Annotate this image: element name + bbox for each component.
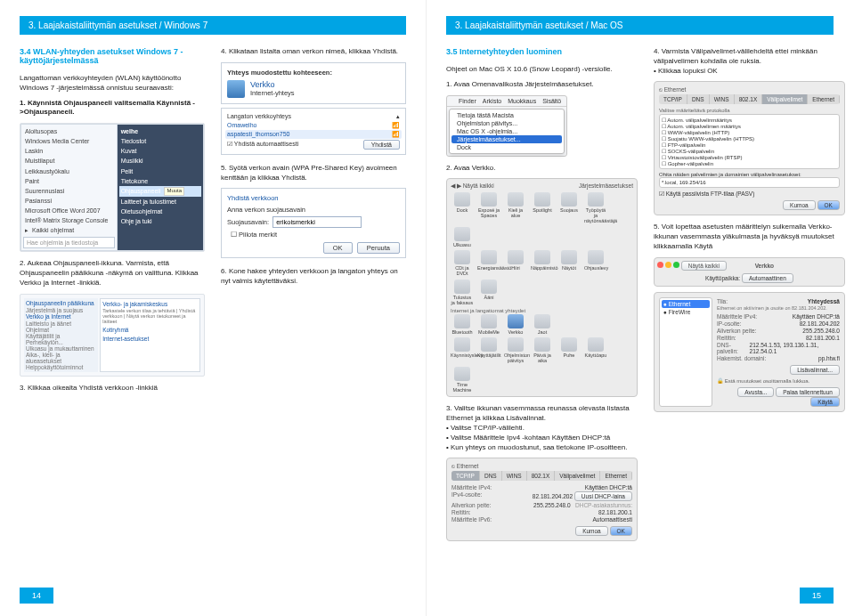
header-right: 3. Laajakaistaliittymän asetukset / Mac … xyxy=(446,16,834,35)
network-icon xyxy=(227,80,245,98)
ethernet-icon: ⎋ xyxy=(451,463,455,469)
logon-dialog: Yhdistä verkkoon Anna verkon suojausavai… xyxy=(221,188,406,258)
help-button[interactable]: Avusta... xyxy=(737,387,774,397)
sysprefs-item[interactable]: Järjestelmäasetukset... xyxy=(451,135,562,143)
sm-item: Laskin xyxy=(23,146,115,156)
sm-right-cp[interactable]: Ohjauspaneeli Muuta xyxy=(119,186,201,197)
sm-item: ▸ Kaikki ohjelmat xyxy=(23,225,115,235)
sm-right: Kuvat xyxy=(119,146,201,156)
rstep-4: 4. Varmista Välipalvelimet-välilehdeltä … xyxy=(654,47,845,76)
section-title-35: 3.5 Internetyhteyden luominen xyxy=(446,47,638,56)
page-left: 3. Laajakaistaliittymän asetukset / Wind… xyxy=(0,0,427,616)
start-menu-screenshot: Aloitusopas Windows Media Center Laskin … xyxy=(20,123,205,252)
apply-button[interactable]: Käytä xyxy=(810,397,840,407)
control-panel-screenshot: Ohjauspaneelin pääikkuna Järjestelmä ja … xyxy=(20,294,205,377)
sm-item: Windows Media Center xyxy=(23,136,115,146)
ethernet-icon: ⎋ xyxy=(659,86,663,93)
sm-right: Oletusohjelmat xyxy=(119,207,201,216)
sm-right: Laitteet ja tulostimet xyxy=(119,197,201,207)
adv-ok[interactable]: OK xyxy=(610,526,632,536)
left-col: 3.4 WLAN-yhteyden asetukset Windows 7 -k… xyxy=(20,47,205,399)
sm-item: Paint xyxy=(23,176,115,186)
sm-right: Musiikki xyxy=(119,156,201,166)
adv-cancel[interactable]: Kumoa xyxy=(575,526,608,536)
sm-item: Intel® Matrix Storage Console xyxy=(23,215,115,225)
side-ethernet[interactable]: ● Ethernet xyxy=(662,300,710,308)
rstep-1: 1. Avaa Omenavalikosta Järjestelmäasetuk… xyxy=(446,80,638,90)
rstep-3: 3. Valitse ikkunan vasemmassa reunassa o… xyxy=(446,404,638,452)
tab-eth[interactable]: Ethernet xyxy=(600,471,632,481)
step-1: 1. Käynnistä Ohjauspaneeli valitsemalla … xyxy=(20,99,205,118)
step-5: 5. Syötä verkon avain (WPA Pre-Shared Ke… xyxy=(221,164,406,183)
network-window-top: Näytä kaikki Verkko Käyttöpaikka: Automa… xyxy=(654,257,845,287)
sysprefs-window: ◀ ▶ Näytä kaikki Järjestelmäasetukset Do… xyxy=(446,178,638,397)
proxy-advanced: ⎋ Ethernet TCP/IP DNS WINS 802.1X Välipa… xyxy=(654,81,845,215)
sm-item: Pasianssi xyxy=(23,196,115,206)
tcpip-advanced: ⎋ Ethernet TCP/IP DNS WINS 802.1X Välipa… xyxy=(446,458,638,541)
wifi-row-selected[interactable]: aspatesti_thomson750📶 xyxy=(225,130,402,139)
proxy-cancel[interactable]: Kumoa xyxy=(783,200,816,210)
sm-item: Suurennuslasi xyxy=(23,186,115,196)
step-6: 6. Kone hakee yhteyden verkkoon ja langa… xyxy=(221,267,406,287)
tab-8021x[interactable]: 802.1X xyxy=(527,471,556,481)
connect-button[interactable]: Yhdistä xyxy=(363,140,400,150)
proxy-ok[interactable]: OK xyxy=(817,200,840,210)
r-left-col: 3.5 Internetyhteyden luominen Ohjeet on … xyxy=(446,47,638,541)
tab-dns[interactable]: DNS xyxy=(480,471,502,481)
intro-text: Langattoman verkkoyhteyden (WLAN) käyttö… xyxy=(20,74,205,93)
connection-box: Yhteys muodostettu kohteeseen: Verkko In… xyxy=(221,62,406,104)
subtitle: Ohjeet on Mac OS X 10.6 (Snow Leopard) -… xyxy=(446,65,638,75)
section-title-34: 3.4 WLAN-yhteyden asetukset Windows 7 -k… xyxy=(20,47,205,65)
renew-lease-button[interactable]: Uusi DHCP-laina xyxy=(574,491,632,501)
sm-user: welhe xyxy=(119,126,201,136)
sm-right: Pelit xyxy=(119,166,201,176)
tab-wins[interactable]: WINS xyxy=(502,471,527,481)
apple-menu: Finder Arkisto Muokkaus Sisältö Tietoja … xyxy=(446,95,567,157)
header-left: 3. Laajakaistaliittymän asetukset / Wind… xyxy=(20,16,406,35)
rstep-5: 5. Voit lopettaa asetusten määrittelyn s… xyxy=(654,223,845,251)
page-right: 3. Laajakaistaliittymän asetukset / Mac … xyxy=(427,0,853,616)
step-4: 4. Klikataan listalta oman verkon nimeä,… xyxy=(221,47,406,57)
step-3: 3. Klikkaa oikealta Yhdistä verkkoon -li… xyxy=(20,384,205,393)
right-col: 4. Klikataan listalta oman verkon nimeä,… xyxy=(221,47,406,399)
sm-item: Microsoft Office Word 2007 xyxy=(23,206,115,215)
cancel-button[interactable]: Peruuta xyxy=(357,242,400,254)
network-pref-icon[interactable]: Verkko xyxy=(504,314,527,335)
sm-right: Tiedostot xyxy=(119,136,201,146)
sm-right: Tietokone xyxy=(119,176,201,186)
ok-button[interactable]: OK xyxy=(323,242,353,254)
page-number-right: 15 xyxy=(800,588,834,604)
sm-item: Leikkaustyökalu xyxy=(23,166,115,176)
revert-button[interactable]: Palaa tallennettuun xyxy=(776,387,840,397)
tab-proxy[interactable]: Välipalvelimet xyxy=(555,471,600,481)
sm-item: Aloitusopas xyxy=(23,126,115,136)
page-number-left: 14 xyxy=(20,588,53,604)
step-2: 2. Aukeaa Ohjauspaneeli-ikkuna. Varmista… xyxy=(20,259,205,288)
r-right-col: 4. Varmista Välipalvelimet-välilehdeltä … xyxy=(654,47,845,541)
rstep-2: 2. Avaa Verkko. xyxy=(446,164,638,174)
key-input[interactable] xyxy=(272,216,362,228)
search-input[interactable]: Hae ohjelmia ja tiedostoja xyxy=(23,237,115,248)
side-firewire[interactable]: ● FireWire xyxy=(662,308,710,316)
sm-item: Muistilaput xyxy=(23,156,115,166)
sm-right: Ohje ja tuki xyxy=(119,216,201,226)
network-window: ● Ethernet ● FireWire Tila:Yhteydessä Et… xyxy=(654,292,845,412)
wifi-list: Langaton verkkoyhteys▴ Omawelho📶 aspates… xyxy=(221,108,406,155)
advanced-button[interactable]: Lisävalinnat... xyxy=(790,365,840,375)
tab-tcpip[interactable]: TCP/IP xyxy=(451,471,480,481)
